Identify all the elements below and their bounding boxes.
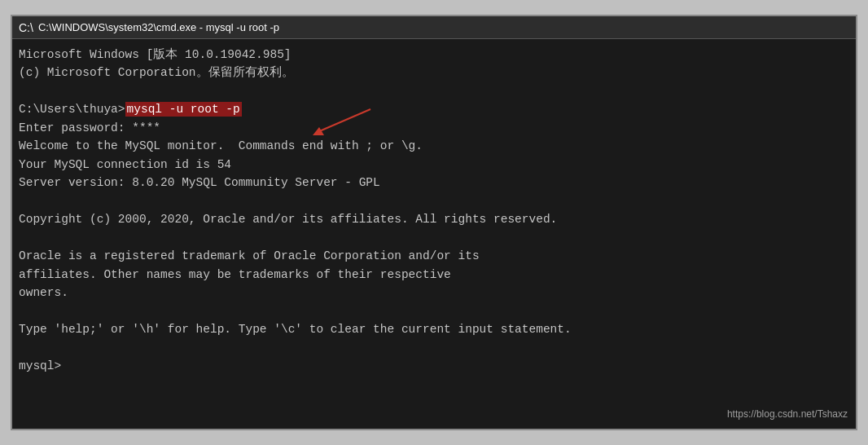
terminal-mysql-prompt: mysql>	[19, 357, 846, 375]
terminal-line: Your MySQL connection id is 54	[19, 156, 846, 174]
cmd-icon: C:\	[19, 21, 33, 34]
terminal-line: (c) Microsoft Corporation。保留所有权利。	[19, 64, 846, 82]
empty-line	[19, 82, 846, 100]
terminal-line: Copyright (c) 2000, 2020, Oracle and/or …	[19, 210, 846, 228]
prompt-text: C:\Users\thuya>	[19, 103, 125, 116]
empty-line	[19, 229, 846, 247]
terminal-line: Server version: 8.0.20 MySQL Community S…	[19, 174, 846, 192]
terminal-line: Oracle is a registered trademark of Orac…	[19, 247, 846, 265]
terminal-line: affiliates. Other names may be trademark…	[19, 266, 846, 284]
command-highlight: mysql -u root -p	[125, 102, 242, 117]
terminal-line: Enter password: ****	[19, 119, 846, 137]
empty-line	[19, 192, 846, 210]
title-bar: C:\ C:\WINDOWS\system32\cmd.exe - mysql …	[12, 16, 856, 39]
cmd-window: C:\ C:\WINDOWS\system32\cmd.exe - mysql …	[11, 15, 857, 430]
terminal-line: owners.	[19, 284, 846, 302]
terminal-line: Type 'help;' or '\h' for help. Type '\c'…	[19, 320, 846, 338]
empty-line	[19, 302, 846, 320]
terminal-line: Microsoft Windows [版本 10.0.19042.985]	[19, 46, 846, 64]
watermark: https://blog.csdn.net/Tshaxz	[727, 407, 848, 422]
terminal-line: Welcome to the MySQL monitor. Commands e…	[19, 137, 846, 155]
empty-line	[19, 339, 846, 357]
terminal-body[interactable]: Microsoft Windows [版本 10.0.19042.985] (c…	[12, 39, 856, 429]
window-title: C:\WINDOWS\system32\cmd.exe - mysql -u r…	[38, 21, 279, 33]
terminal-prompt-line: C:\Users\thuya>mysql -u root -p	[19, 100, 846, 118]
